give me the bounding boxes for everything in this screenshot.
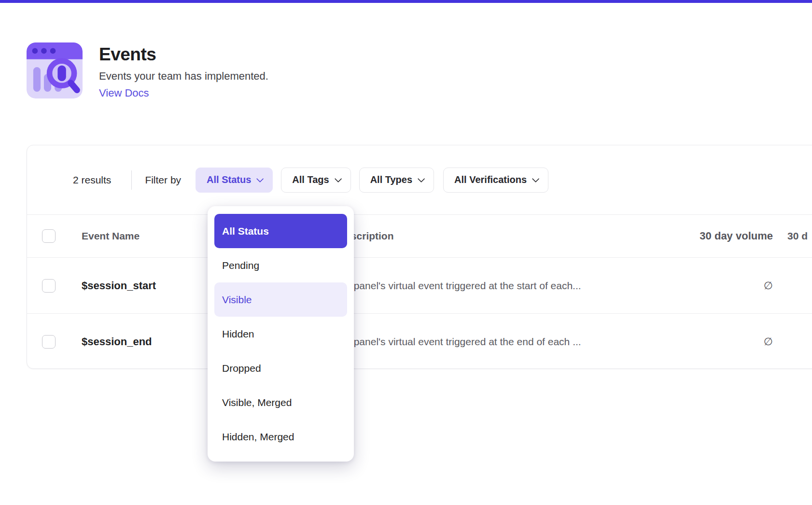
row-checkbox-cell [27,279,79,293]
event-description: Mixpanel's virtual event triggered at th… [338,336,691,348]
dropdown-option-pending[interactable]: Pending [214,248,347,282]
select-all-checkbox[interactable] [42,229,56,243]
page-subtitle: Events your team has implemented. [99,70,268,83]
status-filter-label: All Status [207,174,251,185]
status-filter-button[interactable]: All Status [196,168,273,193]
column-header-description: Description [338,230,691,242]
row-checkbox[interactable] [42,279,56,293]
table-row[interactable]: $session_start Mixpanel's virtual event … [27,257,812,313]
types-filter-label: All Types [370,174,412,185]
events-page-icon [27,42,83,98]
results-count: 2 results [73,174,111,186]
top-accent-bar [0,0,812,3]
view-docs-link[interactable]: View Docs [99,87,268,99]
chevron-down-icon [418,175,425,183]
dropdown-option-hidden-merged[interactable]: Hidden, Merged [214,420,347,454]
event-30day-volume: ∅ [691,336,780,348]
event-description: Mixpanel's virtual event triggered at th… [338,280,691,292]
status-dropdown-menu: All Status Pending Visible Hidden Droppe… [208,206,354,462]
filter-bar: 2 results Filter by All Status All Tags … [27,145,812,214]
row-checkbox-cell [27,335,79,349]
events-card: 2 results Filter by All Status All Tags … [27,145,812,369]
filter-by-label: Filter by [145,174,181,186]
column-header-30day-volume: 30 day volume [691,230,780,242]
tags-filter-button[interactable]: All Tags [281,168,350,193]
dropdown-option-visible-merged[interactable]: Visible, Merged [214,385,347,420]
page-title: Events [99,44,268,65]
filter-divider [131,170,132,190]
table-row[interactable]: $session_end Mixpanel's virtual event tr… [27,313,812,369]
row-checkbox[interactable] [42,335,56,349]
dropdown-option-hidden[interactable]: Hidden [214,317,347,351]
tags-filter-label: All Tags [292,174,329,185]
verifications-filter-button[interactable]: All Verifications [443,168,548,193]
chevron-down-icon [334,175,342,183]
dropdown-option-visible[interactable]: Visible [214,282,347,317]
browser-window-icon [27,42,83,98]
table-header-row: Event Name Description 30 day volume 30 … [27,214,812,257]
chevron-down-icon [256,175,264,183]
dropdown-option-all-status[interactable]: All Status [214,214,347,248]
types-filter-button[interactable]: All Types [359,168,434,193]
select-all-cell [27,229,79,243]
page-header: Events Events your team has implemented.… [27,42,268,99]
dropdown-option-dropped[interactable]: Dropped [214,351,347,385]
column-header-30day-partial: 30 d [780,230,812,242]
event-30day-volume: ∅ [691,280,780,292]
page-header-text: Events Events your team has implemented.… [99,42,268,99]
verifications-filter-label: All Verifications [454,174,527,185]
chevron-down-icon [532,175,540,183]
